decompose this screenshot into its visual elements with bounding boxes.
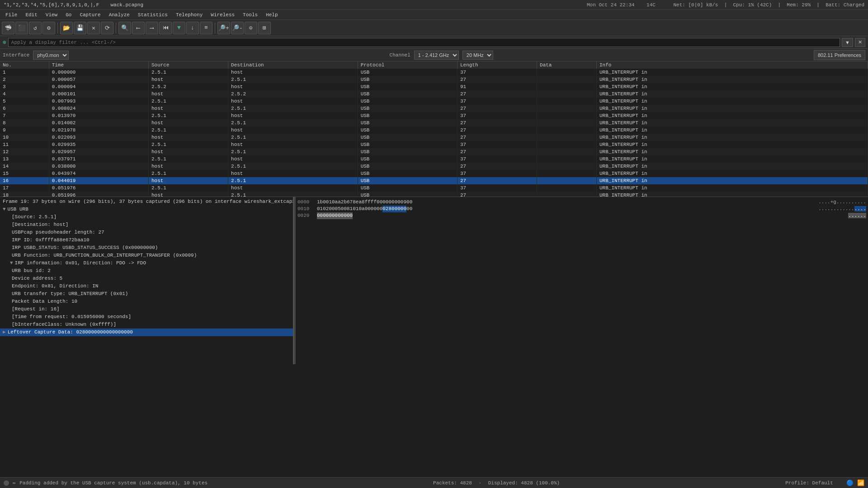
- reload-button[interactable]: ↺: [29, 22, 42, 34]
- col-info[interactable]: Info: [597, 61, 868, 69]
- close-button[interactable]: ✕: [87, 22, 100, 34]
- detail-item[interactable]: ▶Leftover Capture Data: 0280000000000000…: [0, 328, 293, 336]
- width-select[interactable]: 20 MHz: [462, 51, 493, 60]
- detail-text: IRP USBD_STATUS: USBD_STATUS_SUCCESS (0x…: [12, 245, 158, 250]
- menu-help[interactable]: Help: [262, 11, 281, 19]
- table-row[interactable]: 2 0.000057 host 2.5.1 USB 27 URB_INTERRU…: [0, 76, 868, 83]
- cell-proto: USB: [358, 192, 457, 197]
- cell-dst: 2.5.1: [228, 163, 358, 170]
- detail-item[interactable]: Device address: 5: [0, 275, 293, 282]
- zoom-reset-button[interactable]: ⊙: [245, 22, 257, 34]
- save-button[interactable]: 💾: [74, 22, 86, 34]
- interface-select[interactable]: phy0.mon: [33, 51, 69, 60]
- col-time[interactable]: Time: [49, 61, 148, 69]
- detail-item[interactable]: [Destination: host]: [0, 221, 293, 229]
- resize-cols-button[interactable]: ⊞: [258, 22, 271, 34]
- cell-info: URB_INTERRUPT in: [597, 98, 868, 105]
- detail-item[interactable]: Endpoint: 0x81, Direction: IN: [0, 282, 293, 290]
- detail-item[interactable]: URB bus id: 2: [0, 267, 293, 275]
- col-protocol[interactable]: Protocol: [358, 61, 457, 69]
- prev-button[interactable]: ⟵: [132, 22, 145, 34]
- prev-capture-button[interactable]: ⏮: [159, 22, 172, 34]
- scroll-lock-button[interactable]: ≡: [200, 22, 212, 34]
- menu-go[interactable]: Go: [62, 11, 75, 19]
- detail-item[interactable]: URB transfer type: URB_INTERRUPT (0x01): [0, 290, 293, 298]
- table-row[interactable]: 17 0.051976 2.5.1 host USB 37 URB_INTERR…: [0, 184, 868, 192]
- hex-panel[interactable]: 0000 1b 00 10 aa 2b 67 8e a8 ff ff 00 00…: [296, 197, 868, 364]
- detail-item[interactable]: Packet Data Length: 10: [0, 298, 293, 305]
- cell-len: 37: [457, 69, 537, 76]
- table-row[interactable]: 3 0.000094 2.5.2 host USB 91 URB_INTERRU…: [0, 83, 868, 90]
- find-button[interactable]: 🔍: [118, 22, 131, 34]
- table-row[interactable]: 5 0.007993 2.5.1 host USB 37 URB_INTERRU…: [0, 98, 868, 105]
- table-row[interactable]: 11 0.029935 2.5.1 host USB 37 URB_INTERR…: [0, 141, 868, 148]
- detail-item[interactable]: [Request in: 16]: [0, 305, 293, 313]
- next-button[interactable]: ⟶: [146, 22, 158, 34]
- cell-data: [537, 177, 597, 184]
- menu-view[interactable]: View: [42, 11, 61, 19]
- hex-char: .: [857, 213, 860, 218]
- table-row[interactable]: 10 0.022093 host 2.5.1 USB 27 URB_INTERR…: [0, 134, 868, 141]
- table-row[interactable]: 16 0.044019 host 2.5.1 USB 27 URB_INTERR…: [0, 177, 868, 184]
- go-packet-button[interactable]: ↓: [186, 22, 199, 34]
- menu-analyze[interactable]: Analyze: [105, 11, 133, 19]
- menu-capture[interactable]: Capture: [76, 11, 104, 19]
- open-button[interactable]: 📂: [60, 22, 73, 34]
- options-button[interactable]: ⚙: [42, 22, 55, 34]
- menu-file[interactable]: File: [2, 11, 21, 19]
- filter-dropdown-button[interactable]: ▼: [842, 38, 853, 47]
- table-row[interactable]: 8 0.014002 host 2.5.1 USB 27 URB_INTERRU…: [0, 119, 868, 127]
- col-data[interactable]: Data: [537, 61, 597, 69]
- detail-item[interactable]: IRP ID: 0xffffa88e672baa10: [0, 236, 293, 244]
- cell-len: 27: [457, 148, 537, 155]
- table-row[interactable]: 14 0.038000 host 2.5.1 USB 27 URB_INTERR…: [0, 163, 868, 170]
- hex-bytes: 01 02 00 05 00 81 01 0a 00 00 00 02 80 0…: [317, 206, 815, 212]
- detail-item[interactable]: ▼USB URB: [0, 206, 293, 213]
- display-filter-input[interactable]: [8, 38, 840, 47]
- zoom-out-button[interactable]: 🔎-: [231, 22, 244, 34]
- filter-clear-button[interactable]: ✕: [855, 38, 865, 47]
- profile: Profile: Default: [785, 480, 833, 486]
- detail-item[interactable]: [Source: 2.5.1]: [0, 213, 293, 221]
- table-row[interactable]: 12 0.029957 host 2.5.1 USB 27 URB_INTERR…: [0, 148, 868, 155]
- detail-item[interactable]: URB Function: URB_FUNCTION_BULK_OR_INTER…: [0, 252, 293, 259]
- table-row[interactable]: 9 0.021978 2.5.1 host USB 27 URB_INTERRU…: [0, 127, 868, 134]
- channel-select[interactable]: 1 - 2.412 GHz: [414, 51, 459, 60]
- hex-byte: 00: [317, 212, 323, 219]
- table-row[interactable]: 18 0.051996 host 2.5.1 USB 27 URB_INTERR…: [0, 192, 868, 197]
- detail-item[interactable]: USBPcap pseudoheader length: 27: [0, 229, 293, 236]
- dot11-prefs-button[interactable]: 802.11 Preferences: [814, 50, 865, 60]
- table-row[interactable]: 1 0.000000 2.5.1 host USB 37 URB_INTERRU…: [0, 69, 868, 76]
- detail-item[interactable]: IRP USBD_STATUS: USBD_STATUS_SUCCESS (0x…: [0, 244, 293, 252]
- cell-dst: 2.5.1: [228, 134, 358, 141]
- stop-button[interactable]: ⬛: [15, 22, 28, 34]
- detail-item[interactable]: [bInterfaceClass: Unknown (0xffff)]: [0, 321, 293, 328]
- shark-fin-button[interactable]: 🦈: [2, 22, 14, 34]
- cell-src: 2.5.1: [148, 112, 228, 119]
- zoom-in-button[interactable]: 🔎+: [217, 22, 230, 34]
- packet-list-container[interactable]: No. Time Source Destination Protocol Len…: [0, 61, 868, 197]
- reload2-button[interactable]: ⟳: [101, 22, 113, 34]
- detail-item[interactable]: [Time from request: 0.015956000 seconds]: [0, 313, 293, 321]
- table-row[interactable]: 15 0.043974 2.5.1 host USB 37 URB_INTERR…: [0, 170, 868, 177]
- menu-statistics[interactable]: Statistics: [134, 11, 171, 19]
- col-destination[interactable]: Destination: [228, 61, 358, 69]
- col-length[interactable]: Length: [457, 61, 537, 69]
- cell-len: 27: [457, 76, 537, 83]
- detail-scroll[interactable]: Frame 19: 37 bytes on wire (296 bits), 3…: [0, 198, 293, 363]
- menu-telephony[interactable]: Telephony: [172, 11, 206, 19]
- table-row[interactable]: 7 0.013970 2.5.1 host USB 37 URB_INTERRU…: [0, 112, 868, 119]
- hex-char: g: [833, 199, 836, 205]
- table-row[interactable]: 4 0.000101 host 2.5.2 USB 27 URB_INTERRU…: [0, 90, 868, 98]
- menu-wireless[interactable]: Wireless: [207, 11, 238, 19]
- detail-item[interactable]: ▼IRP information: 0x01, Direction: PDO -…: [0, 259, 293, 267]
- col-source[interactable]: Source: [148, 61, 228, 69]
- menu-tools[interactable]: Tools: [239, 11, 261, 19]
- cell-proto: USB: [358, 83, 457, 90]
- col-no[interactable]: No.: [0, 61, 49, 69]
- datetime: Mon Oct 24 22:34: [587, 2, 635, 8]
- table-row[interactable]: 6 0.008024 host 2.5.1 USB 27 URB_INTERRU…: [0, 105, 868, 112]
- menu-edit[interactable]: Edit: [22, 11, 41, 19]
- table-row[interactable]: 13 0.037971 2.5.1 host USB 37 URB_INTERR…: [0, 155, 868, 163]
- scroll-end-button[interactable]: ▼: [173, 22, 185, 34]
